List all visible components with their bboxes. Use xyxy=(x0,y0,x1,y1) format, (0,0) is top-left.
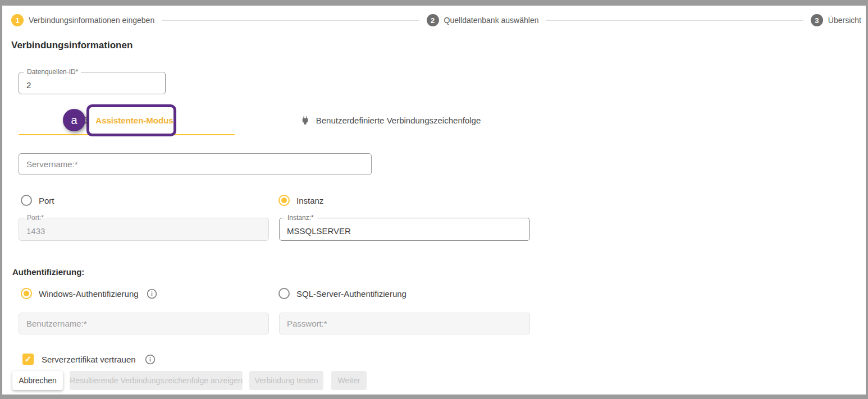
radio-instance[interactable]: Instanz xyxy=(278,195,323,206)
port-field: Port:* xyxy=(19,218,269,241)
radio-sql-auth-control xyxy=(278,288,290,299)
show-connection-string-button: Resultierende Verbindungszeichenfolge an… xyxy=(70,371,243,390)
radio-instance-label: Instanz xyxy=(296,196,323,205)
step-1-badge: 1 xyxy=(11,14,24,26)
stepper-connector xyxy=(162,20,418,21)
password-input xyxy=(279,313,530,334)
radio-port[interactable]: Port xyxy=(21,195,54,206)
tab-custom-connection-string[interactable]: Benutzerdefinierte Verbindungszeichenfol… xyxy=(235,106,546,134)
radio-sql-auth-label: SQL-Server-Authentifizierung xyxy=(296,289,406,299)
instance-label: Instanz:* xyxy=(285,214,317,222)
servername-input[interactable] xyxy=(19,153,372,175)
step-3-badge: 3 xyxy=(811,14,823,26)
step-2-label: Quelldatenbank auswählen xyxy=(444,16,539,25)
window-frame: 1 Verbindungsinformationen eingeben 2 Qu… xyxy=(0,0,868,399)
radio-windows-auth-label: Windows-Authentifizierung xyxy=(39,289,139,299)
cancel-button[interactable]: Abbrechen xyxy=(12,371,63,390)
step-1-label: Verbindungsinformationen eingeben xyxy=(29,16,154,25)
authentication-heading: Authentifizierung: xyxy=(12,267,84,277)
test-connection-button: Verbindung testen xyxy=(249,371,323,390)
datasource-id-label: Datenquellen-ID* xyxy=(24,68,81,76)
checkbox-checked: ✓ xyxy=(22,354,34,365)
page-title: Verbindungsinformationen xyxy=(11,40,133,51)
info-icon[interactable] xyxy=(145,354,156,365)
info-icon[interactable] xyxy=(147,288,157,299)
port-label: Port:* xyxy=(24,214,47,222)
radio-windows-auth-control xyxy=(21,288,32,299)
stepper-step-connection-info[interactable]: 1 Verbindungsinformationen eingeben xyxy=(11,14,154,26)
step-2-badge: 2 xyxy=(427,14,439,26)
port-input xyxy=(19,218,268,240)
trust-certificate-checkbox-row[interactable]: ✓ Serverzertifikat vertrauen xyxy=(22,354,156,365)
radio-port-label: Port xyxy=(39,196,54,205)
datasource-id-field: Datenquellen-ID* xyxy=(19,72,166,94)
trust-certificate-label: Serverzertifikat vertrauen xyxy=(42,355,136,364)
radio-windows-auth[interactable]: Windows-Authentifizierung xyxy=(21,288,157,299)
plug-icon xyxy=(300,115,310,126)
username-input xyxy=(19,313,269,334)
instance-input[interactable] xyxy=(280,218,529,240)
instance-field: Instanz:* xyxy=(279,218,530,241)
connection-wizard-page: 1 Verbindungsinformationen eingeben 2 Qu… xyxy=(2,6,866,395)
radio-sql-auth[interactable]: SQL-Server-Authentifizierung xyxy=(278,288,406,299)
wizard-stepper: 1 Verbindungsinformationen eingeben 2 Qu… xyxy=(11,13,861,27)
annotation-badge-letter: a xyxy=(71,114,77,127)
stepper-connector xyxy=(546,20,802,21)
step-3-label: Übersicht xyxy=(828,16,861,25)
annotation-badge-a: a xyxy=(63,109,85,131)
tab-custom-connection-string-label: Benutzerdefinierte Verbindungszeichenfol… xyxy=(316,116,481,125)
next-button: Weiter xyxy=(331,371,367,390)
stepper-step-source-database[interactable]: 2 Quelldatenbank auswählen xyxy=(427,14,539,26)
radio-instance-control xyxy=(278,195,290,206)
stepper-step-overview[interactable]: 3 Übersicht xyxy=(811,14,861,26)
radio-port-control xyxy=(21,195,32,206)
annotation-highlight-box xyxy=(86,104,176,136)
